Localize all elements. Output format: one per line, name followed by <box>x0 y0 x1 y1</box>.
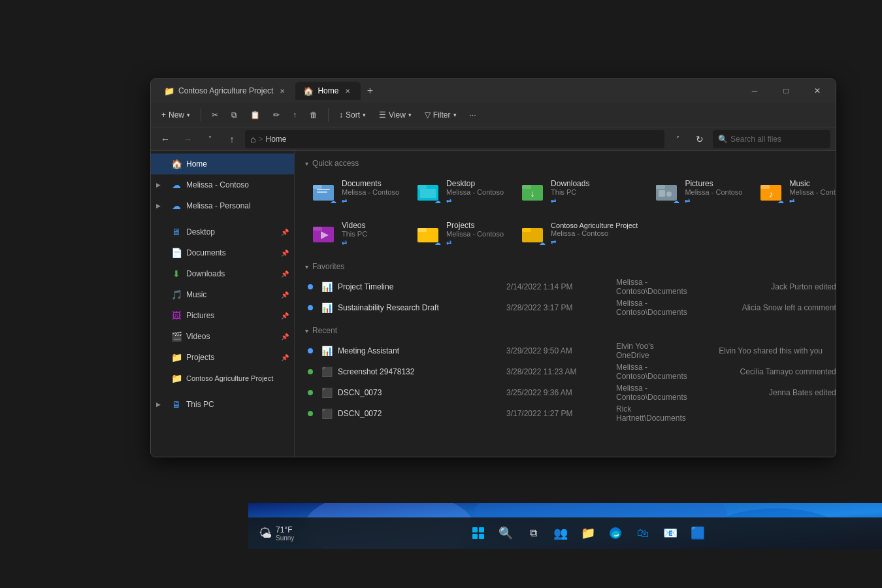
tab-home-close[interactable]: ✕ <box>342 86 353 96</box>
task-view-button[interactable]: ⧉ <box>521 521 545 545</box>
sidebar-item-pictures[interactable]: 🖼 Pictures 📌 <box>151 305 294 326</box>
taskbar: 🌤 71°F Sunny 🔍 ⧉ 👥 <box>248 517 882 549</box>
recent-row-dscn0072[interactable]: ⬛ DSCN_0072 3/17/2022 1:27 PM Rick Hartn… <box>305 403 825 424</box>
toolbar: + New ▾ ✂ ⧉ 📋 ✏ ↑ 🗑 ↕ Sort ▾ ☰ View ▾ ▽ … <box>151 103 836 127</box>
taskbar-teams-icon: 👥 <box>553 526 568 540</box>
svg-point-13 <box>666 191 672 197</box>
taskbar-teams-button[interactable]: 👥 <box>549 521 572 545</box>
fav-row-project-timeline[interactable]: 📊 Project Timeline 2/14/2022 1:14 PM Mel… <box>305 276 825 297</box>
sidebar-item-home[interactable]: 🏠 Home <box>151 154 294 174</box>
quick-access-chevron: ▾ <box>305 160 308 167</box>
new-button[interactable]: + New ▾ <box>156 106 195 124</box>
share-icon: ↑ <box>293 110 297 120</box>
folder-card-videos[interactable]: Videos This PC ⇄ <box>305 215 404 252</box>
taskbar-teams2-button[interactable]: 🟦 <box>686 521 710 545</box>
sidebar-contoso-agri-label: Contoso Agriculture Project <box>186 374 273 382</box>
taskbar-search-button[interactable]: 🔍 <box>494 521 517 545</box>
close-button[interactable]: ✕ <box>804 82 830 100</box>
search-box[interactable]: 🔍 Search all files <box>713 130 830 148</box>
cut-button[interactable]: ✂ <box>206 106 223 124</box>
back-button[interactable]: ← <box>156 130 174 148</box>
sidebar-item-downloads[interactable]: ⬇ Downloads 📌 <box>151 263 294 284</box>
tab-contoso-agriculture[interactable]: 📁 Contoso Agriculture Project ✕ <box>156 82 295 100</box>
downloads-folder-sync: ⇄ <box>551 197 638 204</box>
recent-row-meeting-assistant[interactable]: 📊 Meeting Assistant 3/29/2022 9:50 AM El… <box>305 340 825 361</box>
dropdown-button[interactable]: ˅ <box>201 130 219 148</box>
recent-header[interactable]: ▾ Recent <box>305 326 825 335</box>
sidebar-item-contoso-agri[interactable]: 📁 Contoso Agriculture Project <box>151 368 294 389</box>
taskbar-explorer-button[interactable]: 📁 <box>576 521 600 545</box>
documents-folder-sync: ⇄ <box>342 197 399 204</box>
taskbar-outlook-button[interactable]: 📧 <box>659 521 682 545</box>
filter-button[interactable]: ▽ Filter ▾ <box>419 106 462 124</box>
contoso-agri-folder-info: Contoso Agriculture Project Melissa - Co… <box>551 221 638 246</box>
folder-card-projects[interactable]: ☁ Projects Melissa - Contoso ⇄ <box>410 215 509 252</box>
sort-button[interactable]: ↕ Sort ▾ <box>334 106 371 124</box>
sidebar-item-melissa-contoso[interactable]: ▶ ☁ Melissa - Contoso <box>151 174 294 195</box>
recent-file-path-1: Elvin Yoo's OneDrive <box>616 342 674 360</box>
rename-button[interactable]: ✏ <box>268 106 285 124</box>
up-button[interactable]: ↑ <box>223 130 241 148</box>
taskbar-outlook-icon: 📧 <box>663 526 678 540</box>
projects-folder-path: Melissa - Contoso <box>446 230 504 238</box>
tab-home[interactable]: 🏠 Home ✕ <box>295 82 361 100</box>
sidebar-item-this-pc[interactable]: ▶ 🖥 This PC <box>151 394 294 415</box>
taskbar-edge-button[interactable] <box>604 521 627 545</box>
folder-card-contoso-agri[interactable]: ☁ Contoso Agriculture Project Melissa - … <box>514 215 643 252</box>
weather-icon: 🌤 <box>259 526 272 541</box>
share-button[interactable]: ↑ <box>287 106 302 124</box>
sidebar-videos-label: Videos <box>186 332 210 341</box>
projects-folder-icon-wrap: ☁ <box>415 220 441 246</box>
folder-card-downloads[interactable]: ↓ Downloads This PC ⇄ <box>514 173 643 210</box>
address-dropdown-button[interactable]: ˅ <box>668 130 687 148</box>
this-pc-icon: 🖥 <box>171 399 182 410</box>
fav-row-sustainability[interactable]: 📊 Sustainability Research Draft 3/28/202… <box>305 297 825 318</box>
sidebar-item-videos[interactable]: 🎬 Videos 📌 <box>151 326 294 347</box>
breadcrumb[interactable]: ⌂ > Home <box>245 130 664 148</box>
pictures-pin-icon: 📌 <box>281 312 289 319</box>
recent-file-activity-1: Elvin Yoo shared this with you <box>679 346 823 355</box>
fav-file-name-label-2: Sustainability Research Draft <box>338 303 439 312</box>
refresh-button[interactable]: ↻ <box>691 130 709 148</box>
desktop-pin-icon: 📌 <box>281 229 289 236</box>
folder-card-music[interactable]: ♪ ☁ Music Melissa - Contoso ⇄ <box>753 173 836 210</box>
sidebar-item-music[interactable]: 🎵 Music 📌 <box>151 284 294 305</box>
sidebar-item-projects[interactable]: 📁 Projects 📌 <box>151 347 294 368</box>
tab-contoso-close[interactable]: ✕ <box>277 86 287 96</box>
svg-rect-18 <box>313 227 322 231</box>
recent-file-icon-3: ⬛ <box>321 387 333 399</box>
folder-card-desktop[interactable]: ☁ Desktop Melissa - Contoso ⇄ <box>410 173 509 210</box>
favorites-title: Favorites <box>312 262 344 271</box>
fav-file-name-label-1: Project Timeline <box>338 282 393 291</box>
sidebar-item-melissa-personal[interactable]: ▶ ☁ Melissa - Personal <box>151 195 294 216</box>
quick-access-header[interactable]: ▾ Quick access <box>305 159 825 168</box>
sidebar-item-documents[interactable]: 📄 Documents 📌 <box>151 242 294 263</box>
sidebar-item-desktop[interactable]: 🖥 Desktop 📌 <box>151 221 294 242</box>
taskbar-icons: 🔍 ⧉ 👥 📁 🛍 📧 <box>466 521 710 545</box>
view-label: View <box>389 110 406 120</box>
copy-button[interactable]: ⧉ <box>226 106 242 124</box>
fav-file-path-1: Melissa - Contoso\Documents <box>616 278 687 296</box>
favorites-header[interactable]: ▾ Favorites <box>305 262 825 271</box>
paste-button[interactable]: 📋 <box>245 106 265 124</box>
sidebar: 🏠 Home ▶ ☁ Melissa - Contoso ▶ ☁ Melissa… <box>151 151 295 457</box>
recent-row-dscn0073[interactable]: ⬛ DSCN_0073 3/25/2022 9:36 AM Melissa - … <box>305 382 825 403</box>
view-button[interactable]: ☰ View ▾ <box>374 106 417 124</box>
documents-pin-icon: 📌 <box>281 250 289 257</box>
start-button[interactable] <box>466 521 490 545</box>
melissa-contoso-expand-icon: ▶ <box>156 182 167 188</box>
minimize-button[interactable]: ─ <box>742 82 768 100</box>
recent-file-activity-3: Jenna Bates edited <box>693 388 836 397</box>
delete-button[interactable]: 🗑 <box>304 106 323 124</box>
folder-card-documents[interactable]: ☁ Documents Melissa - Contoso ⇄ <box>305 173 404 210</box>
recent-status-dot-3 <box>308 390 313 395</box>
maximize-button[interactable]: □ <box>773 82 799 100</box>
folder-card-pictures[interactable]: ☁ Pictures Melissa - Contoso ⇄ <box>648 173 747 210</box>
taskbar-store-button[interactable]: 🛍 <box>631 521 655 545</box>
new-tab-button[interactable]: + <box>361 82 379 100</box>
downloads-folder-name: Downloads <box>551 179 638 188</box>
recent-row-screenshot[interactable]: ⬛ Screenshot 29478132 3/28/2022 11:23 AM… <box>305 361 825 382</box>
search-icon: 🔍 <box>718 135 728 144</box>
more-button[interactable]: ··· <box>465 106 482 124</box>
forward-button[interactable]: → <box>178 130 197 148</box>
